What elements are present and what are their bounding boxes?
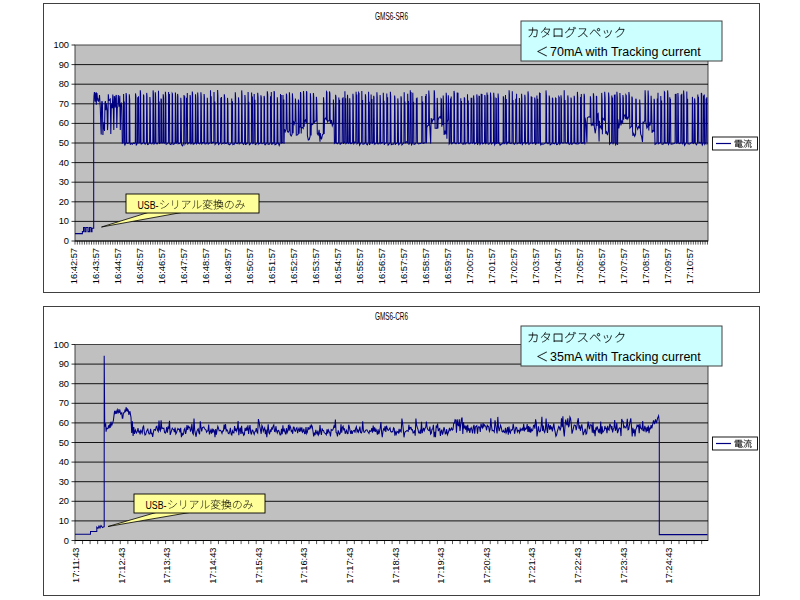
svg-text:50: 50 [59, 138, 69, 148]
svg-text:17:12:43: 17:12:43 [117, 548, 127, 584]
svg-text:16:59:57: 16:59:57 [443, 248, 453, 284]
svg-text:16:47:57: 16:47:57 [179, 248, 189, 284]
svg-text:GMS6-SR6: GMS6-SR6 [375, 10, 408, 22]
svg-text:70mA with Tracking current: 70mA with Tracking current [550, 45, 701, 59]
svg-text:17:22:43: 17:22:43 [573, 548, 583, 584]
svg-text:17:09:57: 17:09:57 [663, 248, 673, 284]
svg-text:50: 50 [59, 438, 69, 448]
svg-text:17:11:43: 17:11:43 [71, 548, 81, 584]
svg-text:17:17:43: 17:17:43 [345, 548, 355, 584]
svg-text:17:24:43: 17:24:43 [664, 548, 674, 584]
svg-text:100: 100 [53, 340, 69, 350]
svg-text:17:16:43: 17:16:43 [299, 548, 309, 584]
svg-text:17:10:57: 17:10:57 [685, 248, 695, 284]
svg-text:0: 0 [64, 236, 69, 246]
svg-text:16:48:57: 16:48:57 [201, 248, 211, 284]
svg-text:16:51:57: 16:51:57 [267, 248, 277, 284]
svg-text:90: 90 [59, 60, 69, 70]
svg-text:90: 90 [59, 359, 69, 369]
svg-text:40: 40 [59, 457, 69, 467]
svg-text:16:44:57: 16:44:57 [113, 248, 123, 284]
svg-text:17:02:57: 17:02:57 [509, 248, 519, 284]
svg-text:USB-: USB- [146, 500, 167, 511]
svg-text:16:42:57: 16:42:57 [69, 248, 79, 284]
svg-text:17:07:57: 17:07:57 [619, 248, 629, 284]
svg-text:16:56:57: 16:56:57 [377, 248, 387, 284]
svg-text:40: 40 [59, 158, 69, 168]
svg-text:GMS6-CR6: GMS6-CR6 [375, 310, 408, 322]
svg-text:16:50:57: 16:50:57 [245, 248, 255, 284]
svg-text:17:01:57: 17:01:57 [487, 248, 497, 284]
svg-text:10: 10 [59, 516, 69, 526]
svg-text:17:14:43: 17:14:43 [208, 548, 218, 584]
svg-text:70: 70 [59, 99, 69, 109]
svg-text:16:53:57: 16:53:57 [311, 248, 321, 284]
svg-text:17:00:57: 17:00:57 [465, 248, 475, 284]
svg-text:30: 30 [59, 177, 69, 187]
svg-text:35mA with Tracking current: 35mA with Tracking current [550, 350, 701, 364]
svg-text:17:08:57: 17:08:57 [641, 248, 651, 284]
svg-text:16:45:57: 16:45:57 [135, 248, 145, 284]
svg-text:60: 60 [59, 118, 69, 128]
svg-text:16:54:57: 16:54:57 [333, 248, 343, 284]
svg-text:16:58:57: 16:58:57 [421, 248, 431, 284]
svg-text:16:43:57: 16:43:57 [91, 248, 101, 284]
svg-text:16:49:57: 16:49:57 [223, 248, 233, 284]
svg-text:16:57:57: 16:57:57 [399, 248, 409, 284]
svg-text:60: 60 [59, 418, 69, 428]
svg-text:80: 80 [59, 379, 69, 389]
svg-text:70: 70 [59, 398, 69, 408]
svg-text:17:18:43: 17:18:43 [391, 548, 401, 584]
svg-text:20: 20 [59, 496, 69, 506]
svg-text:17:19:43: 17:19:43 [436, 548, 446, 584]
svg-text:80: 80 [59, 79, 69, 89]
svg-text:17:03:57: 17:03:57 [531, 248, 541, 284]
svg-text:16:52:57: 16:52:57 [289, 248, 299, 284]
svg-text:0: 0 [64, 536, 69, 546]
svg-text:17:23:43: 17:23:43 [619, 548, 629, 584]
svg-text:30: 30 [59, 477, 69, 487]
svg-text:100: 100 [53, 40, 69, 50]
svg-text:17:04:57: 17:04:57 [553, 248, 563, 284]
svg-text:17:06:57: 17:06:57 [597, 248, 607, 284]
svg-text:16:55:57: 16:55:57 [355, 248, 365, 284]
svg-text:17:15:43: 17:15:43 [254, 548, 264, 584]
svg-text:20: 20 [59, 197, 69, 207]
svg-text:17:05:57: 17:05:57 [575, 248, 585, 284]
svg-text:17:21:43: 17:21:43 [527, 548, 537, 584]
svg-text:17:20:43: 17:20:43 [482, 548, 492, 584]
svg-text:10: 10 [59, 216, 69, 226]
svg-text:16:46:57: 16:46:57 [157, 248, 167, 284]
svg-text:17:13:43: 17:13:43 [162, 548, 172, 584]
svg-text:USB-: USB- [138, 200, 159, 211]
